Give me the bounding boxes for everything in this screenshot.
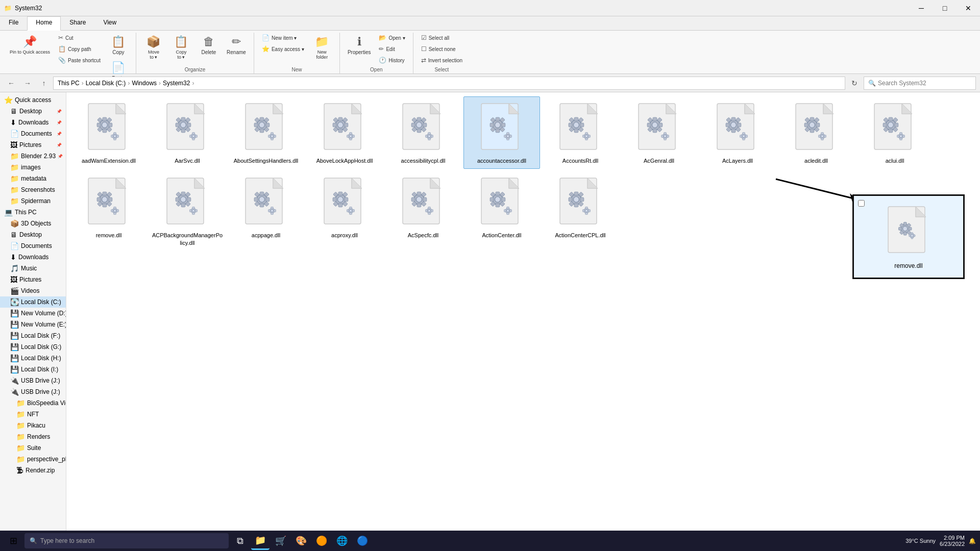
invert-selection-button[interactable]: ⇄ Invert selection [418,55,466,65]
sidebar-item-screenshots[interactable]: 📁 Screenshots [0,184,66,195]
maximize-button[interactable]: □ [933,0,957,16]
taskbar-app1[interactable]: 🟠 [312,532,331,550]
file-item[interactable]: AccountsRt.dll [542,96,619,169]
copy-button[interactable]: 📋 Copy [105,33,132,58]
file-item[interactable]: AcSpecfc.dll [385,171,461,251]
file-item[interactable]: ACPBackgroundManagerPolicy.dll [149,171,226,251]
sidebar-usb-j[interactable]: 🔌 USB Drive (J:) [0,375,66,386]
sidebar-usb-j2[interactable]: 🔌 USB Drive (J:) [0,386,66,397]
popup-file-item[interactable]: remove.dll [858,200,959,273]
sidebar-suite[interactable]: 📁 Suite [0,442,66,454]
copy-to-button[interactable]: 📋 Copyto ▾ [168,33,194,62]
sidebar-quick-access[interactable]: ⭐ Quick access [0,94,66,106]
sidebar-new-volume-d[interactable]: 💾 New Volume (D:) [0,308,66,319]
sidebar-desktop-pc[interactable]: 🖥 Desktop [0,229,66,240]
taskbar-store[interactable]: 🛒 [272,532,290,550]
forward-button[interactable]: → [20,76,35,90]
file-item[interactable]: AcLayers.dll [699,96,776,169]
paste-shortcut-button[interactable]: 📎 Paste shortcut [55,55,104,65]
sidebar-music[interactable]: 🎵 Music [0,263,66,274]
file-item[interactable]: acledit.dll [778,96,854,169]
file-item[interactable]: accountaccessor.dll [463,96,540,169]
easy-access-button[interactable]: ⭐ Easy access ▾ [258,44,308,54]
sidebar-pikacu[interactable]: 📁 Pikacu [0,420,66,431]
sidebar-item-downloads-qa[interactable]: ⬇ Downloads 📌 [0,117,66,128]
path-segment-3[interactable]: System32 [163,80,190,87]
file-item[interactable]: ActionCenter.dll [463,171,540,251]
file-item[interactable]: AcGenral.dll [621,96,697,169]
sidebar-render-zip[interactable]: 🗜 Render.zip [0,465,66,476]
tab-view[interactable]: View [94,16,125,31]
file-item[interactable]: aadWamExtension.dll [70,96,147,169]
sidebar-item-pictures-qa[interactable]: 🖼 Pictures 📌 [0,139,66,151]
file-item[interactable]: aclui.dll [856,96,933,169]
select-none-button[interactable]: ☐ Select none [418,44,466,54]
sidebar-3d-objects[interactable]: 📦 3D Objects [0,218,66,229]
taskbar-search[interactable]: 🔍 Type here to search [24,533,229,548]
sidebar-local-disk-h[interactable]: 💾 Local Disk (H:) [0,353,66,364]
popup-checkbox[interactable] [858,200,865,207]
sidebar-pictures-pc[interactable]: 🖼 Pictures [0,274,66,285]
sidebar-local-disk-i[interactable]: 💾 Local Disk (I:) [0,364,66,375]
file-item[interactable]: ActionCenterCPL.dll [542,171,619,251]
file-item[interactable]: acppage.dll [228,171,304,251]
sidebar-biospecdia[interactable]: 📁 BioSpeedia Videos [0,397,66,409]
history-button[interactable]: 🕐 History [375,55,408,65]
new-folder-button[interactable]: 📁 Newfolder [309,33,335,62]
move-to-button[interactable]: 📦 Moveto ▾ [140,33,167,62]
taskbar-task-view[interactable]: ⧉ [231,532,249,550]
taskbar-app2[interactable]: 🔵 [353,532,372,550]
sidebar-item-documents-qa[interactable]: 📄 Documents 📌 [0,128,66,139]
file-item[interactable]: remove.dll [70,171,147,251]
path-segment-1[interactable]: Local Disk (C:) [86,80,126,87]
pin-to-quick-button[interactable]: 📌 Pin to Quick access [6,33,54,58]
sidebar-this-pc[interactable]: 💻 This PC [0,207,66,218]
copy-path-button[interactable]: 📋 Copy path [55,44,104,54]
sidebar-item-spiderman[interactable]: 📁 Spiderman [0,195,66,207]
back-button[interactable]: ← [4,76,18,90]
notification-icon[interactable]: 🔔 [969,538,976,544]
sidebar-item-images[interactable]: 📁 images [0,162,66,173]
file-item[interactable]: accessibilitycpl.dll [385,96,461,169]
sidebar-item-blender[interactable]: 📁 Blender 2.93 📌 [0,151,66,162]
sidebar-perspective[interactable]: 📁 perspective_plotter [0,454,66,465]
taskbar-browser[interactable]: 🌐 [333,532,351,550]
delete-button[interactable]: 🗑 Delete [195,33,222,58]
sidebar-nft[interactable]: 📁 NFT [0,409,66,420]
taskbar-paint[interactable]: 🎨 [292,532,310,550]
sidebar-downloads-pc[interactable]: ⬇ Downloads [0,252,66,263]
open-button[interactable]: 📂 Open ▾ [375,33,408,43]
taskbar-file-explorer[interactable]: 📁 [251,532,270,550]
minimize-button[interactable]: ─ [910,0,933,16]
path-segment-0[interactable]: This PC [58,80,80,87]
refresh-button[interactable]: ↻ [847,76,862,90]
edit-button[interactable]: ✏ Edit [375,44,408,54]
file-item[interactable]: AarSvc.dll [149,96,226,169]
close-button[interactable]: ✕ [957,0,980,16]
sidebar-item-desktop-qa[interactable]: 🖥 Desktop 📌 [0,106,66,117]
tab-file[interactable]: File [0,16,27,31]
file-item[interactable]: acproxy.dll [306,171,383,251]
new-item-button[interactable]: 📄 New item ▾ [258,33,308,43]
up-button[interactable]: ↑ [37,76,51,90]
select-all-button[interactable]: ☑ Select all [418,33,466,43]
sidebar-documents-pc[interactable]: 📄 Documents [0,240,66,252]
tab-home[interactable]: Home [27,16,61,31]
sidebar-item-metadata[interactable]: 📁 metadata [0,173,66,184]
start-button[interactable]: ⊞ [4,532,22,550]
file-item[interactable]: AboveLockAppHost.dll [306,96,383,169]
tab-share[interactable]: Share [61,16,94,31]
file-item[interactable]: AboutSettingsHandlers.dll [228,96,304,169]
sidebar-local-disk-c[interactable]: 💽 Local Disk (C:) [0,296,66,308]
sidebar-renders[interactable]: 📁 Renders [0,431,66,442]
sidebar-local-disk-g[interactable]: 💾 Local Disk (G:) [0,341,66,353]
sidebar-videos[interactable]: 🎬 Videos [0,285,66,296]
address-path[interactable]: This PC › Local Disk (C:) › Windows › Sy… [53,77,845,90]
properties-button[interactable]: ℹ Properties [344,33,375,58]
cut-button[interactable]: ✂ Cut [55,33,104,43]
search-input[interactable] [878,80,971,87]
rename-button[interactable]: ✏ Rename [223,33,250,58]
sidebar-new-volume-e[interactable]: 💾 New Volume (E:) [0,319,66,330]
sidebar-local-disk-f[interactable]: 💾 Local Disk (F:) [0,330,66,341]
path-segment-2[interactable]: Windows [132,80,157,87]
